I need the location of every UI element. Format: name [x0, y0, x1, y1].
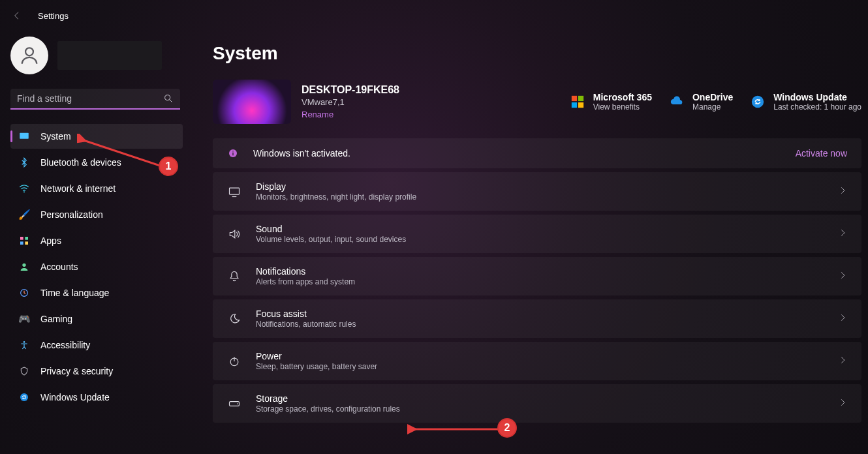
monitor-icon: [227, 185, 241, 199]
chevron-right-icon: [838, 356, 847, 367]
sidebar-item-time-language[interactable]: Time & language: [10, 280, 183, 305]
arrow-left-icon: [12, 10, 22, 21]
sound-icon: [227, 227, 241, 241]
settings-row-display[interactable]: Display Monitors, brightness, night ligh…: [213, 172, 861, 211]
svg-point-18: [752, 96, 764, 108]
row-subtitle: Volume levels, output, input, sound devi…: [256, 235, 824, 244]
sidebar-item-accessibility[interactable]: Accessibility: [10, 333, 183, 357]
update-icon: [749, 93, 767, 111]
microsoft365-icon: [568, 93, 587, 111]
quicklink-subtitle: Last checked: 1 hour ago: [773, 102, 861, 112]
row-title: Focus assist: [256, 309, 824, 319]
sidebar-item-gaming[interactable]: 🎮 Gaming: [10, 307, 183, 331]
quicklink-onedrive[interactable]: OneDrive Manage: [668, 92, 733, 112]
sidebar-item-personalization[interactable]: 🖌️ Personalization: [10, 202, 183, 227]
quicklink-subtitle: View benefits: [593, 102, 652, 112]
device-model: VMware7,1: [302, 97, 399, 107]
chevron-right-icon: [838, 228, 847, 240]
row-subtitle: Monitors, brightness, night light, displ…: [256, 192, 824, 202]
activation-message: Windows isn't activated.: [253, 148, 781, 159]
sidebar: System Bluetooth & devices Network & int…: [0, 31, 193, 454]
svg-point-12: [23, 341, 25, 343]
svg-point-1: [165, 95, 170, 100]
wifi-icon: [18, 183, 30, 194]
user-card[interactable]: [10, 37, 183, 74]
sidebar-item-label: Gaming: [40, 314, 72, 324]
settings-row-power[interactable]: Power Sleep, battery usage, battery save…: [213, 342, 861, 380]
svg-rect-21: [232, 151, 233, 151]
accessibility-icon: [18, 339, 30, 351]
settings-row-focus-assist[interactable]: Focus assist Notifications, automatic ru…: [213, 299, 861, 338]
quick-links: Microsoft 365 View benefits OneDrive Man…: [568, 92, 861, 112]
sidebar-item-label: Accessibility: [40, 340, 90, 350]
sidebar-item-bluetooth[interactable]: Bluetooth & devices: [10, 150, 183, 175]
chevron-right-icon: [838, 271, 847, 282]
sidebar-item-accounts[interactable]: Accounts: [10, 254, 183, 279]
wallpaper-thumbnail[interactable]: [213, 80, 291, 124]
svg-rect-3: [20, 133, 29, 139]
avatar: [10, 37, 48, 74]
account-icon: [18, 261, 30, 273]
settings-row-notifications[interactable]: Notifications Alerts from apps and syste…: [213, 257, 861, 295]
paintbrush-icon: 🖌️: [18, 209, 30, 220]
settings-row-storage[interactable]: Storage Storage space, drives, configura…: [213, 384, 861, 423]
bell-icon: [227, 269, 241, 284]
search-box[interactable]: [10, 89, 180, 110]
settings-row-sound[interactable]: Sound Volume levels, output, input, soun…: [213, 215, 861, 253]
svg-rect-16: [572, 102, 577, 108]
row-subtitle: Alerts from apps and system: [256, 277, 824, 286]
moon-icon: [227, 312, 241, 326]
apps-icon: [18, 235, 30, 247]
row-title: Power: [256, 351, 824, 361]
quicklink-subtitle: Manage: [692, 102, 733, 112]
svg-rect-20: [232, 153, 233, 156]
power-icon: [227, 354, 241, 369]
chevron-right-icon: [838, 398, 847, 410]
sidebar-item-label: System: [40, 131, 71, 142]
row-title: Storage: [256, 393, 824, 404]
quicklink-title: Microsoft 365: [593, 92, 652, 102]
svg-rect-8: [20, 241, 23, 245]
row-subtitle: Notifications, automatic rules: [256, 320, 824, 329]
svg-rect-15: [578, 96, 583, 101]
chevron-right-icon: [838, 186, 847, 198]
sidebar-item-label: Apps: [40, 235, 61, 246]
nav-list: System Bluetooth & devices Network & int…: [10, 124, 183, 410]
sidebar-item-privacy[interactable]: Privacy & security: [10, 359, 183, 384]
device-summary-row: DESKTOP-19FKE68 VMware7,1 Rename Microso…: [213, 80, 861, 124]
sidebar-item-apps[interactable]: Apps: [10, 228, 183, 253]
chevron-right-icon: [838, 313, 847, 325]
info-icon: [227, 147, 239, 159]
svg-point-5: [23, 191, 25, 192]
row-title: Notifications: [256, 266, 824, 277]
sidebar-item-system[interactable]: System: [10, 124, 183, 149]
svg-rect-17: [578, 102, 583, 108]
user-details-redacted: [57, 41, 162, 70]
quicklink-windows-update[interactable]: Windows Update Last checked: 1 hour ago: [749, 92, 861, 112]
shield-icon: [18, 365, 30, 377]
quicklink-title: OneDrive: [692, 92, 733, 102]
search-icon: [163, 93, 174, 104]
svg-rect-7: [25, 237, 28, 240]
rename-link[interactable]: Rename: [302, 110, 399, 119]
quicklink-m365[interactable]: Microsoft 365 View benefits: [568, 92, 652, 112]
svg-point-0: [25, 48, 33, 55]
quicklink-title: Windows Update: [773, 92, 861, 102]
sidebar-item-label: Personalization: [40, 209, 103, 220]
row-title: Sound: [256, 224, 824, 234]
sidebar-item-windows-update[interactable]: Windows Update: [10, 385, 183, 410]
activation-banner[interactable]: Windows isn't activated. Activate now: [213, 138, 861, 168]
device-name: DESKTOP-19FKE68: [302, 84, 399, 96]
back-button[interactable]: [8, 7, 26, 25]
page-title: System: [213, 43, 861, 64]
onedrive-icon: [668, 93, 686, 111]
sidebar-item-label: Time & language: [40, 288, 109, 298]
row-subtitle: Storage space, drives, configuration rul…: [256, 404, 824, 414]
activate-now-link[interactable]: Activate now: [796, 148, 847, 159]
person-icon: [18, 44, 40, 67]
svg-line-2: [170, 100, 172, 102]
svg-rect-14: [572, 96, 577, 101]
sidebar-item-network[interactable]: Network & internet: [10, 176, 183, 201]
search-input[interactable]: [17, 93, 163, 104]
svg-rect-22: [230, 188, 240, 194]
